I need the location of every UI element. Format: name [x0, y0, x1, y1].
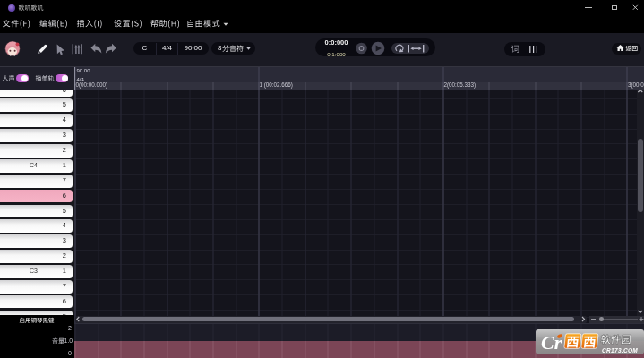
svg-text:CR173.COM: CR173.COM — [602, 347, 638, 354]
